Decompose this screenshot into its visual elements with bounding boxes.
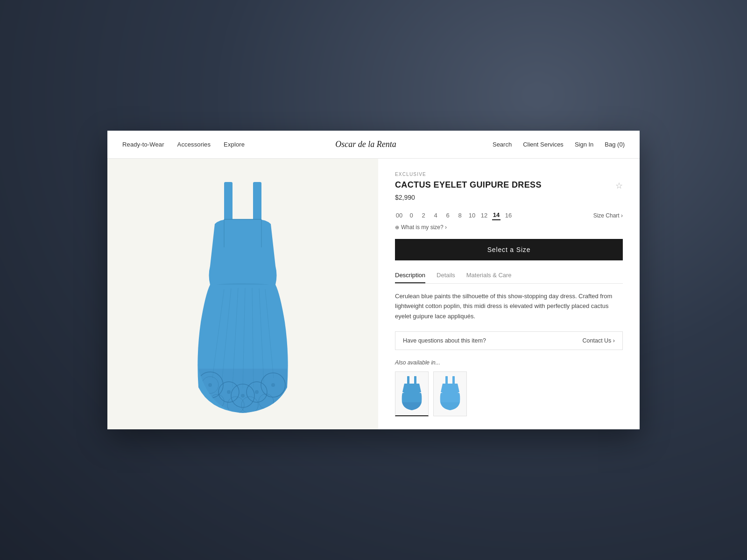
- wishlist-icon[interactable]: ☆: [615, 181, 623, 191]
- also-available-label: Also available in...: [395, 359, 623, 366]
- size-chart-link[interactable]: Size Chart ›: [593, 212, 623, 219]
- svg-rect-30: [407, 376, 409, 385]
- nav-ready-to-wear[interactable]: Ready-to-Wear: [122, 141, 164, 148]
- swatch-2[interactable]: [433, 371, 467, 416]
- add-to-bag-button[interactable]: Select a Size: [395, 239, 623, 260]
- sign-in-link[interactable]: Sign In: [575, 141, 593, 148]
- product-image-area: [107, 159, 378, 429]
- contact-question: Have questions about this item?: [403, 337, 486, 344]
- product-title-row: CACTUS EYELET GUIPURE DRESS ☆: [395, 180, 623, 191]
- tab-details[interactable]: Details: [437, 272, 455, 283]
- size-4[interactable]: 4: [431, 211, 440, 220]
- color-swatches: [395, 371, 623, 416]
- nav-left: Ready-to-Wear Accessories Explore: [122, 141, 245, 148]
- svg-rect-32: [445, 376, 448, 385]
- size-12[interactable]: 12: [480, 211, 488, 220]
- navigation: Ready-to-Wear Accessories Explore Oscar …: [107, 131, 640, 159]
- size-6[interactable]: 6: [444, 211, 452, 220]
- browser-window: Ready-to-Wear Accessories Explore Oscar …: [107, 131, 640, 429]
- product-price: $2,990: [395, 194, 623, 201]
- tab-materials-care[interactable]: Materials & Care: [466, 272, 512, 283]
- main-content: EXCLUSIVE CACTUS EYELET GUIPURE DRESS ☆ …: [107, 159, 640, 429]
- bag-link[interactable]: Bag (0): [605, 141, 625, 148]
- nav-accessories[interactable]: Accessories: [177, 141, 211, 148]
- product-image: [163, 173, 322, 415]
- logo[interactable]: Oscar de la Renta: [331, 135, 416, 154]
- size-00[interactable]: 00: [395, 211, 403, 220]
- contact-us-link[interactable]: Contact Us ›: [583, 337, 615, 344]
- svg-rect-33: [452, 376, 455, 385]
- product-details: EXCLUSIVE CACTUS EYELET GUIPURE DRESS ☆ …: [378, 159, 640, 429]
- what-size-link[interactable]: What is my size? ›: [395, 224, 623, 231]
- search-link[interactable]: Search: [493, 141, 512, 148]
- svg-rect-31: [414, 376, 416, 385]
- svg-text:Oscar de la Renta: Oscar de la Renta: [335, 139, 396, 148]
- size-2[interactable]: 2: [419, 211, 428, 220]
- description-text: Cerulean blue paints the silhouette of t…: [395, 291, 623, 321]
- exclusive-label: EXCLUSIVE: [395, 172, 623, 177]
- client-services-link[interactable]: Client Services: [523, 141, 564, 148]
- product-title: CACTUS EYELET GUIPURE DRESS: [395, 180, 542, 190]
- contact-bar[interactable]: Have questions about this item? Contact …: [395, 331, 623, 350]
- swatch-1[interactable]: [395, 371, 429, 416]
- size-14[interactable]: 14: [492, 210, 500, 220]
- sizes: 00 0 2 4 6 8 10 12 14 16: [395, 210, 513, 220]
- nav-explore[interactable]: Explore: [224, 141, 245, 148]
- tabs: Description Details Materials & Care: [395, 272, 623, 284]
- svg-rect-3: [224, 219, 261, 247]
- size-16[interactable]: 16: [504, 211, 513, 220]
- size-8[interactable]: 8: [456, 211, 464, 220]
- size-row: 00 0 2 4 6 8 10 12 14 16 Size Chart ›: [395, 210, 623, 220]
- nav-right: Search Client Services Sign In Bag (0): [493, 141, 625, 148]
- size-0[interactable]: 0: [407, 211, 416, 220]
- tab-description[interactable]: Description: [395, 272, 425, 283]
- size-10[interactable]: 10: [468, 211, 476, 220]
